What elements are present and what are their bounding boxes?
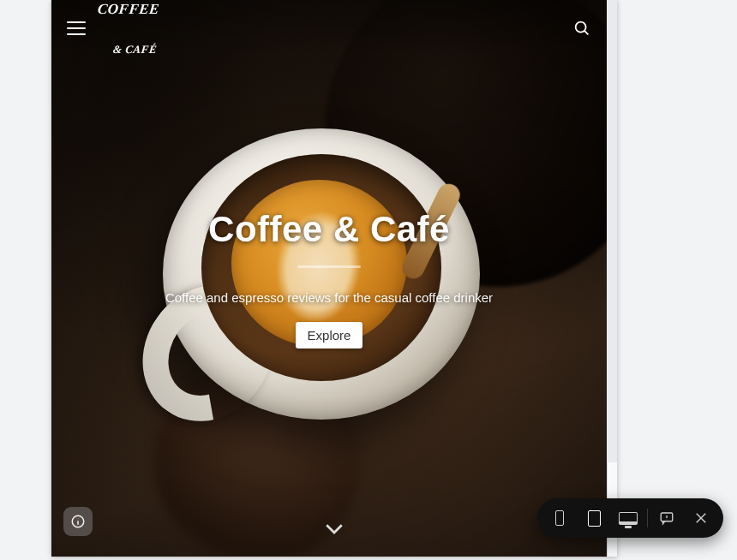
close-icon: [693, 510, 709, 526]
close-preview-button[interactable]: [684, 498, 718, 538]
device-tablet-button[interactable]: [577, 498, 611, 538]
top-bar: COFFEE & CAFÉ: [51, 0, 607, 57]
logo-line2: & CAFÉ: [97, 44, 159, 55]
phone-icon: [555, 510, 564, 526]
logo-line1: COFFEE: [97, 2, 160, 16]
device-phone-button[interactable]: [542, 498, 577, 538]
scrollbar-thumb[interactable]: [607, 0, 617, 462]
scroll-down-icon[interactable]: [321, 515, 347, 541]
svg-point-7: [667, 520, 668, 521]
desktop-icon: [619, 512, 638, 525]
search-icon[interactable]: [572, 19, 591, 38]
info-button[interactable]: [63, 507, 93, 536]
menu-button[interactable]: [67, 21, 86, 35]
toolbar-separator: [647, 509, 648, 527]
explore-button[interactable]: Explore: [296, 322, 363, 349]
svg-line-1: [584, 31, 588, 34]
device-desktop-button[interactable]: [611, 498, 645, 538]
feedback-icon: [659, 510, 674, 526]
preview-toolbar: [537, 498, 723, 538]
site-preview-frame: COFFEE & CAFÉ Coffee & Café Coffee and e…: [51, 0, 617, 557]
svg-point-4: [78, 518, 79, 519]
site-logo[interactable]: COFFEE & CAFÉ: [98, 0, 159, 82]
tablet-icon: [588, 510, 601, 527]
scrollbar-track[interactable]: [607, 0, 617, 557]
feedback-button[interactable]: [650, 498, 684, 538]
hero-background-photo: [51, 0, 617, 557]
svg-point-0: [576, 22, 586, 33]
